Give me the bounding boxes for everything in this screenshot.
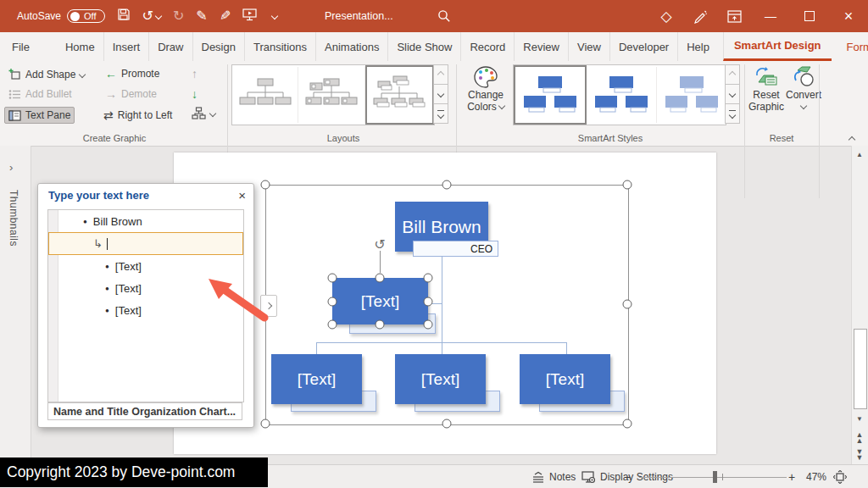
org-node-assistant[interactable]: [Text] bbox=[332, 278, 428, 324]
frame-handle-top-right[interactable] bbox=[623, 180, 632, 190]
shape-handle-top-mid[interactable] bbox=[376, 274, 385, 283]
save-icon[interactable] bbox=[117, 8, 131, 25]
autosave-toggle[interactable]: Off bbox=[67, 9, 104, 23]
scroll-down-button[interactable]: ▼ bbox=[853, 412, 866, 425]
slideshow-icon[interactable] bbox=[242, 8, 257, 25]
tab-help[interactable]: Help bbox=[677, 32, 718, 61]
undo-dropdown-icon[interactable] bbox=[155, 13, 162, 19]
text-pane-item-selected[interactable]: ↳ bbox=[48, 232, 243, 255]
move-up-button[interactable]: ↑ bbox=[188, 66, 201, 81]
search-icon[interactable] bbox=[437, 9, 451, 26]
close-button[interactable]: × bbox=[829, 0, 868, 32]
demote-button[interactable]: → Demote bbox=[102, 86, 160, 102]
tab-format[interactable]: Format bbox=[838, 32, 868, 61]
frame-handle-top-mid[interactable] bbox=[442, 180, 452, 190]
previous-slide-button[interactable]: ▲▲ bbox=[853, 432, 866, 444]
shape-handle-top-right[interactable] bbox=[424, 274, 433, 283]
tab-file[interactable]: File bbox=[0, 32, 42, 61]
thumbnails-expand-icon[interactable]: › bbox=[9, 161, 13, 174]
add-shape-dropdown-icon[interactable] bbox=[79, 70, 86, 77]
org-node-sub1[interactable]: [Text] bbox=[271, 354, 362, 404]
frame-handle-top-left[interactable] bbox=[261, 180, 270, 190]
org-chart-dropdown-icon[interactable] bbox=[209, 110, 216, 117]
org-node-sub3[interactable]: [Text] bbox=[520, 354, 610, 404]
tab-insert[interactable]: Insert bbox=[103, 32, 149, 61]
style-thumb-1-selected[interactable] bbox=[514, 65, 587, 125]
frame-handle-bottom-right[interactable] bbox=[623, 419, 632, 429]
quick-access-overflow-icon[interactable] bbox=[271, 13, 278, 19]
tab-design[interactable]: Design bbox=[192, 32, 244, 61]
minimize-button[interactable]: — bbox=[751, 0, 790, 32]
notes-button[interactable]: Notes bbox=[531, 465, 576, 488]
text-pane-item-sub2[interactable]: ● [Text] bbox=[48, 277, 244, 299]
text-pane-item-top[interactable]: ● Bill Brown bbox=[48, 210, 244, 232]
thumbnails-panel-collapsed[interactable]: › Thumbnails bbox=[0, 146, 31, 458]
tab-record[interactable]: Record bbox=[460, 32, 514, 61]
redo-icon[interactable]: ↻ bbox=[173, 9, 184, 23]
convert-button[interactable]: Convert bbox=[787, 65, 821, 108]
styles-scroll-up-button[interactable] bbox=[725, 64, 740, 85]
style-thumb-2[interactable] bbox=[587, 67, 657, 123]
autosave-control[interactable]: AutoSave Off bbox=[17, 9, 105, 23]
layouts-scroll-down-button[interactable] bbox=[433, 85, 448, 104]
draw-pen-icon[interactable]: ✎ bbox=[220, 9, 231, 23]
frame-handle-mid-right[interactable] bbox=[623, 300, 632, 309]
tab-developer[interactable]: Developer bbox=[609, 32, 677, 61]
scrollbar-thumb[interactable] bbox=[854, 329, 867, 409]
collapse-ribbon-icon[interactable] bbox=[849, 136, 855, 143]
frame-handle-bottom-left[interactable] bbox=[261, 419, 270, 429]
tab-view[interactable]: View bbox=[568, 32, 609, 61]
maximize-button[interactable] bbox=[790, 0, 829, 32]
shape-handle-bottom-right[interactable] bbox=[424, 320, 433, 330]
zoom-in-button[interactable]: + bbox=[788, 465, 795, 488]
org-chart-layout-button[interactable] bbox=[188, 105, 219, 122]
zoom-out-button[interactable]: − bbox=[624, 465, 631, 488]
tab-home[interactable]: Home bbox=[57, 32, 103, 61]
shape-handle-bottom-mid[interactable] bbox=[376, 320, 385, 330]
reset-graphic-button[interactable]: Reset Graphic bbox=[748, 65, 785, 113]
tab-draw[interactable]: Draw bbox=[148, 32, 192, 61]
shape-handle-bottom-left[interactable] bbox=[328, 320, 337, 330]
layout-thumb-1[interactable] bbox=[232, 67, 298, 123]
layout-thumb-2[interactable] bbox=[298, 67, 364, 123]
rotate-handle-icon[interactable]: ↻ bbox=[374, 236, 385, 252]
tab-review[interactable]: Review bbox=[514, 32, 568, 61]
org-node-ceo-title[interactable]: CEO bbox=[413, 241, 498, 257]
tab-smartart-design[interactable]: SmartArt Design bbox=[723, 32, 832, 61]
text-pane-button[interactable]: Text Pane bbox=[4, 107, 75, 124]
zoom-level[interactable]: 47% bbox=[806, 465, 826, 488]
styles-scroll-down-button[interactable] bbox=[725, 85, 740, 104]
layouts-scroll-up-button[interactable] bbox=[433, 64, 448, 85]
premium-diamond-icon[interactable]: ◇ bbox=[649, 0, 683, 32]
promote-button[interactable]: ← Promote bbox=[102, 66, 163, 81]
layout-thumb-3-selected[interactable] bbox=[365, 65, 434, 125]
editing-pen-icon[interactable] bbox=[683, 0, 717, 32]
text-pane-item-sub3[interactable]: ● [Text] bbox=[48, 299, 244, 321]
layouts-more-button[interactable] bbox=[433, 104, 448, 124]
tab-transitions[interactable]: Transitions bbox=[244, 32, 315, 61]
next-slide-button[interactable]: ▼▼ bbox=[853, 449, 866, 461]
ink-pen-icon[interactable]: ✎ bbox=[196, 9, 207, 23]
shape-handle-mid-left[interactable] bbox=[328, 297, 337, 307]
right-to-left-button[interactable]: ⇄ Right to Left bbox=[100, 107, 175, 124]
scroll-up-button[interactable]: ▲ bbox=[853, 147, 866, 161]
ribbon-display-options-icon[interactable] bbox=[717, 0, 751, 32]
text-pane-expander-button[interactable] bbox=[260, 295, 277, 317]
org-node-sub2[interactable]: [Text] bbox=[395, 354, 486, 404]
fit-slide-button[interactable] bbox=[833, 465, 847, 488]
shape-handle-mid-right[interactable] bbox=[424, 297, 433, 307]
zoom-slider-thumb[interactable] bbox=[713, 471, 717, 483]
add-bullet-button[interactable]: Add Bullet bbox=[5, 86, 75, 102]
undo-button[interactable]: ↺ bbox=[142, 9, 161, 23]
shape-handle-top-left[interactable] bbox=[328, 274, 337, 283]
text-pane-close-icon[interactable]: × bbox=[238, 188, 246, 202]
frame-handle-bottom-mid[interactable] bbox=[442, 419, 452, 429]
vertical-scrollbar[interactable]: ▲ ▼ ▲▲ ▼▼ bbox=[851, 146, 868, 464]
style-thumb-3[interactable] bbox=[657, 67, 726, 123]
move-down-button[interactable]: ↓ bbox=[188, 86, 201, 102]
change-colors-button[interactable]: Change Colors bbox=[462, 65, 509, 113]
tab-animations[interactable]: Animations bbox=[315, 32, 387, 61]
tab-slide-show[interactable]: Slide Show bbox=[387, 32, 460, 61]
styles-more-button[interactable] bbox=[725, 104, 740, 124]
add-shape-button[interactable]: Add Shape bbox=[5, 66, 88, 82]
